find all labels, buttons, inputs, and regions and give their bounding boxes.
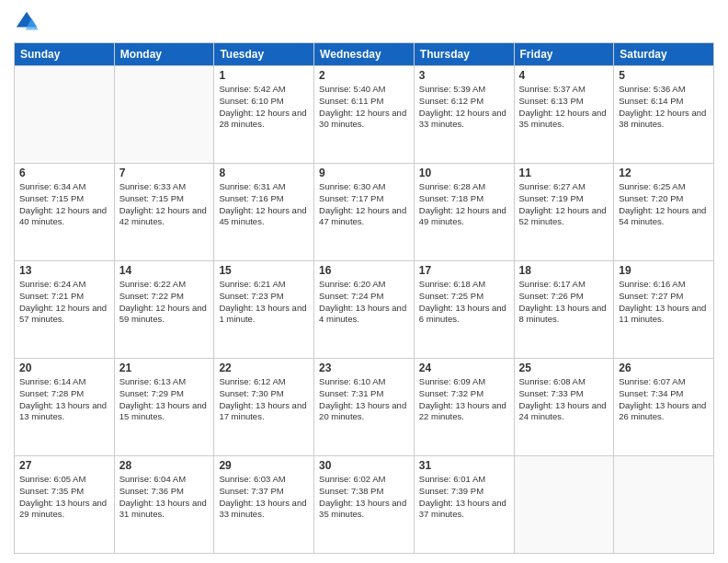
logo [14, 9, 43, 35]
day-detail: Sunrise: 6:14 AM Sunset: 7:28 PM Dayligh… [19, 376, 109, 423]
calendar-cell: 6Sunrise: 6:34 AM Sunset: 7:15 PM Daylig… [15, 164, 115, 261]
calendar-cell: 31Sunrise: 6:01 AM Sunset: 7:39 PM Dayli… [414, 456, 514, 554]
week-row-3: 20Sunrise: 6:14 AM Sunset: 7:28 PM Dayli… [15, 359, 714, 456]
calendar-cell: 14Sunrise: 6:22 AM Sunset: 7:22 PM Dayli… [114, 261, 214, 359]
day-detail: Sunrise: 6:20 AM Sunset: 7:24 PM Dayligh… [319, 279, 409, 326]
day-detail: Sunrise: 6:07 AM Sunset: 7:34 PM Dayligh… [619, 376, 709, 423]
day-number: 26 [619, 362, 709, 374]
day-number: 25 [519, 362, 609, 374]
day-header-saturday: Saturday [614, 43, 714, 66]
calendar-body: 1Sunrise: 5:42 AM Sunset: 6:10 PM Daylig… [15, 66, 714, 554]
day-detail: Sunrise: 6:10 AM Sunset: 7:31 PM Dayligh… [319, 376, 409, 423]
calendar-cell: 7Sunrise: 6:33 AM Sunset: 7:15 PM Daylig… [114, 164, 214, 261]
day-number: 5 [619, 69, 709, 82]
calendar-cell: 30Sunrise: 6:02 AM Sunset: 7:38 PM Dayli… [314, 456, 415, 554]
day-detail: Sunrise: 5:42 AM Sunset: 6:10 PM Dayligh… [219, 84, 309, 131]
calendar-cell: 26Sunrise: 6:07 AM Sunset: 7:34 PM Dayli… [614, 359, 714, 456]
day-number: 30 [319, 459, 409, 472]
day-number: 22 [219, 362, 309, 374]
calendar-header: SundayMondayTuesdayWednesdayThursdayFrid… [15, 43, 714, 66]
calendar-cell: 27Sunrise: 6:05 AM Sunset: 7:35 PM Dayli… [15, 456, 115, 554]
day-detail: Sunrise: 6:13 AM Sunset: 7:29 PM Dayligh… [119, 376, 210, 423]
calendar-cell: 15Sunrise: 6:21 AM Sunset: 7:23 PM Dayli… [214, 261, 314, 359]
header [14, 9, 714, 35]
day-number: 31 [419, 459, 509, 472]
calendar-cell: 4Sunrise: 5:37 AM Sunset: 6:13 PM Daylig… [514, 66, 614, 164]
calendar-cell [614, 456, 714, 554]
page: SundayMondayTuesdayWednesdayThursdayFrid… [0, 0, 728, 563]
day-detail: Sunrise: 6:01 AM Sunset: 7:39 PM Dayligh… [419, 474, 509, 521]
calendar-cell: 13Sunrise: 6:24 AM Sunset: 7:21 PM Dayli… [15, 261, 115, 359]
day-number: 19 [619, 264, 709, 277]
day-detail: Sunrise: 6:17 AM Sunset: 7:26 PM Dayligh… [519, 279, 609, 326]
calendar-cell: 2Sunrise: 5:40 AM Sunset: 6:11 PM Daylig… [314, 66, 415, 164]
day-number: 10 [419, 167, 509, 179]
day-number: 16 [319, 264, 409, 277]
calendar-cell: 21Sunrise: 6:13 AM Sunset: 7:29 PM Dayli… [114, 359, 214, 456]
day-number: 15 [219, 264, 309, 277]
day-detail: Sunrise: 6:03 AM Sunset: 7:37 PM Dayligh… [219, 474, 309, 521]
day-detail: Sunrise: 6:27 AM Sunset: 7:19 PM Dayligh… [519, 181, 609, 228]
logo-icon [14, 9, 40, 35]
day-detail: Sunrise: 6:18 AM Sunset: 7:25 PM Dayligh… [419, 279, 509, 326]
calendar-cell: 18Sunrise: 6:17 AM Sunset: 7:26 PM Dayli… [514, 261, 614, 359]
calendar-cell: 16Sunrise: 6:20 AM Sunset: 7:24 PM Dayli… [314, 261, 415, 359]
day-detail: Sunrise: 6:12 AM Sunset: 7:30 PM Dayligh… [219, 376, 309, 423]
day-detail: Sunrise: 6:05 AM Sunset: 7:35 PM Dayligh… [19, 474, 109, 521]
day-number: 20 [19, 362, 109, 374]
calendar-cell: 20Sunrise: 6:14 AM Sunset: 7:28 PM Dayli… [15, 359, 115, 456]
day-detail: Sunrise: 6:34 AM Sunset: 7:15 PM Dayligh… [19, 181, 109, 228]
calendar-cell: 10Sunrise: 6:28 AM Sunset: 7:18 PM Dayli… [414, 164, 514, 261]
week-row-0: 1Sunrise: 5:42 AM Sunset: 6:10 PM Daylig… [15, 66, 714, 164]
day-detail: Sunrise: 6:33 AM Sunset: 7:15 PM Dayligh… [119, 181, 210, 228]
day-detail: Sunrise: 6:24 AM Sunset: 7:21 PM Dayligh… [19, 279, 109, 326]
day-number: 9 [319, 167, 409, 179]
day-number: 13 [19, 264, 109, 277]
calendar-cell: 9Sunrise: 6:30 AM Sunset: 7:17 PM Daylig… [314, 164, 415, 261]
day-number: 27 [19, 459, 109, 472]
day-number: 11 [519, 167, 609, 179]
day-number: 24 [419, 362, 509, 374]
calendar-cell: 19Sunrise: 6:16 AM Sunset: 7:27 PM Dayli… [614, 261, 714, 359]
week-row-1: 6Sunrise: 6:34 AM Sunset: 7:15 PM Daylig… [15, 164, 714, 261]
day-detail: Sunrise: 6:30 AM Sunset: 7:17 PM Dayligh… [319, 181, 409, 228]
day-number: 4 [519, 69, 609, 82]
day-number: 29 [219, 459, 309, 472]
day-number: 23 [319, 362, 409, 374]
day-header-tuesday: Tuesday [214, 43, 314, 66]
day-header-thursday: Thursday [414, 43, 514, 66]
calendar-cell [114, 66, 214, 164]
calendar-cell: 5Sunrise: 5:36 AM Sunset: 6:14 PM Daylig… [614, 66, 714, 164]
day-detail: Sunrise: 6:04 AM Sunset: 7:36 PM Dayligh… [119, 474, 210, 521]
day-detail: Sunrise: 6:21 AM Sunset: 7:23 PM Dayligh… [219, 279, 309, 326]
day-number: 14 [119, 264, 210, 277]
calendar-cell: 12Sunrise: 6:25 AM Sunset: 7:20 PM Dayli… [614, 164, 714, 261]
calendar-cell: 25Sunrise: 6:08 AM Sunset: 7:33 PM Dayli… [514, 359, 614, 456]
day-detail: Sunrise: 6:22 AM Sunset: 7:22 PM Dayligh… [119, 279, 210, 326]
day-number: 6 [19, 167, 109, 179]
week-row-2: 13Sunrise: 6:24 AM Sunset: 7:21 PM Dayli… [15, 261, 714, 359]
calendar-cell: 17Sunrise: 6:18 AM Sunset: 7:25 PM Dayli… [414, 261, 514, 359]
day-detail: Sunrise: 6:16 AM Sunset: 7:27 PM Dayligh… [619, 279, 709, 326]
calendar: SundayMondayTuesdayWednesdayThursdayFrid… [14, 42, 714, 554]
calendar-cell: 1Sunrise: 5:42 AM Sunset: 6:10 PM Daylig… [214, 66, 314, 164]
days-header-row: SundayMondayTuesdayWednesdayThursdayFrid… [15, 43, 714, 66]
day-detail: Sunrise: 6:08 AM Sunset: 7:33 PM Dayligh… [519, 376, 609, 423]
calendar-cell [514, 456, 614, 554]
day-detail: Sunrise: 6:09 AM Sunset: 7:32 PM Dayligh… [419, 376, 509, 423]
day-number: 12 [619, 167, 709, 179]
day-number: 3 [419, 69, 509, 82]
calendar-cell [15, 66, 115, 164]
day-number: 2 [319, 69, 409, 82]
day-number: 7 [119, 167, 210, 179]
calendar-cell: 3Sunrise: 5:39 AM Sunset: 6:12 PM Daylig… [414, 66, 514, 164]
day-number: 28 [119, 459, 210, 472]
week-row-4: 27Sunrise: 6:05 AM Sunset: 7:35 PM Dayli… [15, 456, 714, 554]
day-number: 18 [519, 264, 609, 277]
day-header-wednesday: Wednesday [314, 43, 415, 66]
day-detail: Sunrise: 6:25 AM Sunset: 7:20 PM Dayligh… [619, 181, 709, 228]
calendar-cell: 11Sunrise: 6:27 AM Sunset: 7:19 PM Dayli… [514, 164, 614, 261]
day-detail: Sunrise: 5:40 AM Sunset: 6:11 PM Dayligh… [319, 84, 409, 131]
calendar-cell: 22Sunrise: 6:12 AM Sunset: 7:30 PM Dayli… [214, 359, 314, 456]
day-header-monday: Monday [114, 43, 214, 66]
